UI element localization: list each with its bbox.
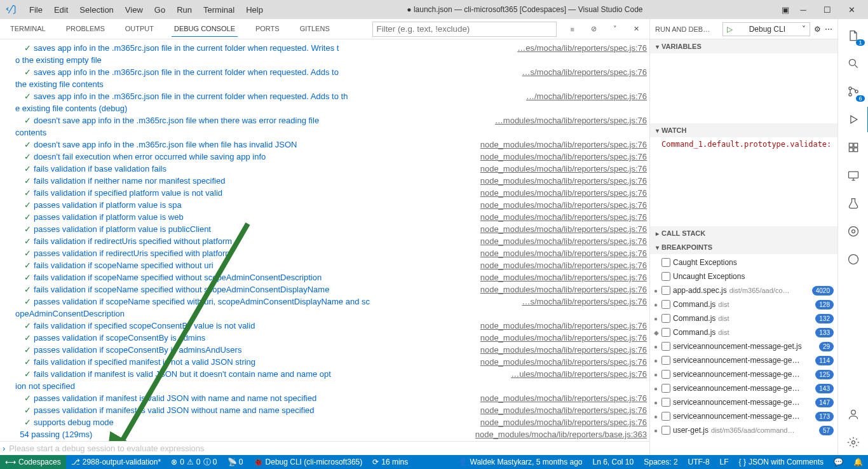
debug-target-status[interactable]: 🐞 Debug CLI (cli-microsoft365): [248, 455, 368, 469]
clear-console-icon[interactable]: ⊘: [588, 25, 599, 33]
breakpoint-item[interactable]: ●serviceannouncement-message-ge…173: [650, 409, 837, 423]
breakpoint-checkbox[interactable]: [661, 286, 670, 295]
gitlens-icon[interactable]: [838, 219, 869, 244]
section-variables[interactable]: ▾VARIABLES: [650, 39, 837, 53]
menu-file[interactable]: File: [24, 4, 48, 16]
source-link[interactable]: …/mocha/lib/reporters/spec.js:76: [516, 90, 647, 102]
breakpoint-checkbox[interactable]: [661, 328, 670, 337]
menu-edit[interactable]: Edit: [49, 4, 73, 16]
source-link[interactable]: node_modules/mocha/lib/reporters/spec.js…: [470, 151, 647, 163]
start-debug-icon[interactable]: ▷: [727, 25, 733, 34]
breakpoint-item[interactable]: ◆Command.jsdist133: [650, 325, 837, 339]
git-branch-status[interactable]: ⎇2988-output-validation*: [66, 455, 166, 469]
breakpoint-checkbox[interactable]: [661, 370, 670, 379]
remote-explorer-icon[interactable]: [838, 163, 869, 188]
source-link[interactable]: …ules/mocha/lib/reporters/spec.js:76: [501, 368, 647, 380]
codespaces-status[interactable]: ⟷Codespaces: [0, 455, 66, 469]
source-link[interactable]: node_modules/mocha/lib/reporters/spec.js…: [470, 283, 647, 296]
panel-tab-ports[interactable]: PORTS: [253, 21, 282, 37]
gear-icon[interactable]: ⚙: [814, 25, 821, 34]
breakpoint-checkbox[interactable]: [661, 384, 670, 393]
breakpoint-control[interactable]: Uncaught Exceptions: [650, 269, 837, 283]
explorer-icon[interactable]: 1: [838, 23, 869, 48]
menu-go[interactable]: Go: [149, 4, 170, 16]
breakpoint-checkbox[interactable]: [661, 398, 670, 407]
section-callstack[interactable]: ▸CALL STACK: [650, 226, 837, 240]
watch-expression[interactable]: Command_1.default.prototype.validate:: [650, 139, 837, 150]
panel-tab-gitlens[interactable]: GITLENS: [297, 21, 332, 37]
menu-help[interactable]: Help: [241, 4, 268, 16]
debug-repl-input[interactable]: › Please start a debug session to evalua…: [0, 441, 649, 455]
menu-view[interactable]: View: [120, 4, 148, 16]
source-link[interactable]: node_modules/mocha/lib/reporters/spec.js…: [470, 247, 647, 259]
breakpoint-item[interactable]: ●serviceannouncement-message-ge…143: [650, 381, 837, 395]
source-link[interactable]: node_modules/mocha/lib/reporters/spec.js…: [470, 271, 647, 283]
source-link[interactable]: …es/mocha/lib/reporters/spec.js:76: [507, 42, 647, 54]
source-link[interactable]: node_modules/mocha/lib/reporters/spec.js…: [470, 175, 647, 187]
breakpoint-checkbox[interactable]: [661, 412, 670, 421]
source-link[interactable]: node_modules/mocha/lib/reporters/spec.js…: [470, 187, 647, 199]
source-link[interactable]: node_modules/mocha/lib/reporters/spec.js…: [470, 356, 647, 368]
problems-status[interactable]: ⊗0 ⚠0 ⓘ 0: [166, 455, 222, 469]
breakpoint-checkbox[interactable]: [661, 314, 670, 323]
section-watch[interactable]: ▾WATCH: [650, 123, 837, 137]
source-link[interactable]: node_modules/mocha/lib/reporters/spec.js…: [470, 235, 647, 247]
encoding-status[interactable]: UTF-8: [683, 455, 715, 469]
git-blame-status[interactable]: 👤 Waldek Mastykarz, 5 months ago: [453, 455, 588, 469]
breakpoint-item[interactable]: ●serviceannouncement-message-ge…114: [650, 353, 837, 367]
chevron-down-icon[interactable]: ˅: [611, 25, 620, 33]
time-status[interactable]: ⟳ 16 mins: [367, 455, 413, 469]
close-panel-icon[interactable]: ✕: [631, 25, 642, 33]
testing-icon[interactable]: [838, 191, 869, 216]
source-link[interactable]: node_modules/mocha/lib/reporters/spec.js…: [470, 416, 647, 428]
run-debug-icon[interactable]: [838, 107, 869, 132]
source-link[interactable]: node_modules/mocha/lib/reporters/spec.js…: [470, 320, 647, 332]
breakpoint-item[interactable]: ●serviceannouncement-message-ge…147: [650, 395, 837, 409]
source-link[interactable]: node_modules/mocha/lib/reporters/spec.js…: [470, 163, 647, 175]
notifications-icon[interactable]: 🔔: [848, 455, 868, 469]
source-link[interactable]: node_modules/mocha/lib/reporters/spec.js…: [470, 259, 647, 271]
menu-selection[interactable]: Selection: [74, 4, 118, 16]
settings-dropdown-icon[interactable]: ≡: [568, 25, 577, 33]
ports-status[interactable]: 📡 0: [222, 455, 248, 469]
breakpoint-item[interactable]: ●serviceannouncement-message-ge…125: [650, 367, 837, 381]
breakpoint-checkbox[interactable]: [661, 426, 670, 435]
panel-tab-terminal[interactable]: TERMINAL: [8, 21, 48, 37]
manage-gear-icon[interactable]: [838, 430, 869, 455]
filter-input[interactable]: [372, 22, 557, 37]
extensions-icon[interactable]: [838, 135, 869, 160]
source-link[interactable]: …modules/mocha/lib/reporters/spec.js:76: [485, 114, 647, 126]
breakpoint-checkbox[interactable]: [661, 300, 670, 309]
language-mode[interactable]: { } JSON with Comments: [734, 455, 829, 469]
source-link[interactable]: node_modules/mocha/lib/reporters/spec.js…: [470, 139, 647, 151]
source-link[interactable]: node_modules/mocha/lib/reporters/spec.js…: [470, 199, 647, 211]
more-icon[interactable]: ⋯: [825, 25, 832, 34]
indentation-status[interactable]: Spaces: 2: [639, 455, 682, 469]
search-icon[interactable]: [838, 51, 869, 76]
github-icon[interactable]: [838, 247, 869, 272]
menu-terminal[interactable]: Terminal: [198, 4, 240, 16]
debug-console[interactable]: ✓ saves app info in the .m365rc.json fil…: [0, 39, 649, 441]
source-link[interactable]: …s/mocha/lib/reporters/spec.js:76: [512, 296, 647, 308]
source-link[interactable]: node_modules/mocha/lib/reporters/spec.js…: [470, 404, 647, 416]
launch-config-selector[interactable]: ▷ Debug CLI ˅: [722, 22, 810, 36]
layout-icon[interactable]: ▣: [782, 5, 789, 15]
source-link[interactable]: …s/mocha/lib/reporters/spec.js:76: [512, 66, 647, 78]
breakpoint-item[interactable]: ●user-get.jsdist/m365/aad/command…57: [650, 423, 837, 437]
source-link[interactable]: node_modules/mocha/lib/reporters/base.js…: [465, 428, 647, 440]
breakpoint-item[interactable]: ●serviceannouncement-message-get.js29: [650, 339, 837, 353]
accounts-icon[interactable]: [838, 402, 869, 427]
source-link[interactable]: node_modules/mocha/lib/reporters/spec.js…: [470, 332, 647, 344]
source-link[interactable]: node_modules/mocha/lib/reporters/spec.js…: [470, 211, 647, 223]
panel-tab-output[interactable]: OUTPUT: [123, 21, 156, 37]
eol-status[interactable]: LF: [715, 455, 734, 469]
breakpoint-control[interactable]: Caught Exceptions: [650, 255, 837, 269]
breakpoint-checkbox[interactable]: [661, 356, 670, 365]
breakpoint-item[interactable]: ●Command.jsdist132: [650, 311, 837, 325]
chevron-down-icon[interactable]: ˅: [802, 25, 806, 34]
close-button[interactable]: ✕: [843, 5, 860, 15]
source-link[interactable]: node_modules/mocha/lib/reporters/spec.js…: [470, 223, 647, 235]
source-link[interactable]: node_modules/mocha/lib/reporters/spec.js…: [470, 344, 647, 356]
panel-tab-problems[interactable]: PROBLEMS: [64, 21, 107, 37]
maximize-button[interactable]: ☐: [818, 5, 836, 15]
